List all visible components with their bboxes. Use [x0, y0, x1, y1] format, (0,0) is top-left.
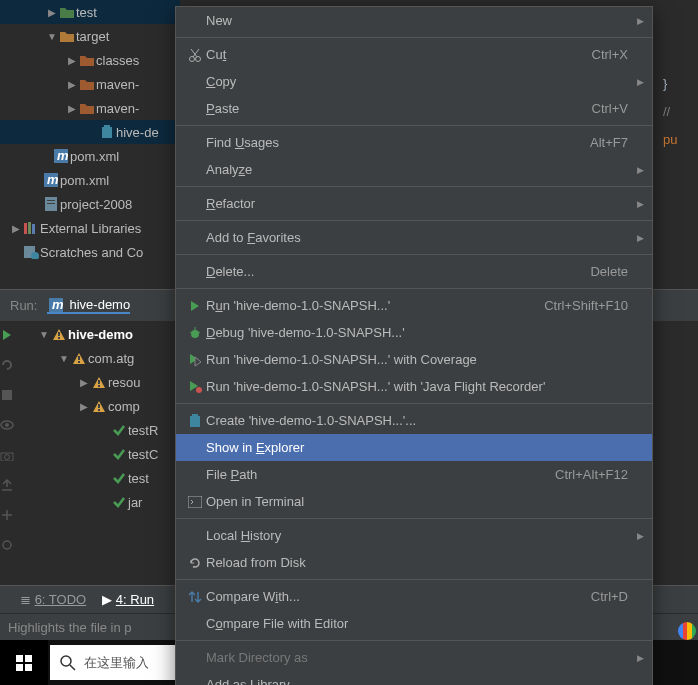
svg-point-18 [5, 423, 9, 427]
menu-item[interactable]: Run 'hive-demo-1.0-SNAPSH...' with 'Java… [176, 373, 652, 400]
context-menu[interactable]: New▶CutCtrl+XCopy▶PasteCtrl+VFind Usages… [175, 6, 653, 685]
svg-rect-11 [32, 224, 35, 234]
tree-classes[interactable]: ▶classes [0, 48, 180, 72]
menu-label: Open in Terminal [206, 494, 652, 509]
lib-icon [22, 221, 40, 235]
menu-separator [176, 220, 652, 221]
ok-icon [110, 447, 128, 461]
chrome-icon[interactable] [678, 622, 696, 640]
tree-hive[interactable]: hive-de [0, 120, 180, 144]
show-button[interactable] [0, 410, 14, 440]
menu-item[interactable]: Delete...Delete [176, 258, 652, 285]
menu-item[interactable]: CutCtrl+X [176, 41, 652, 68]
menu-item[interactable]: Analyze▶ [176, 156, 652, 183]
menu-item[interactable]: PasteCtrl+V [176, 95, 652, 122]
run-tab[interactable]: m hive-demo [47, 297, 130, 314]
run-button[interactable] [0, 320, 14, 350]
menu-item[interactable]: Compare With...Ctrl+D [176, 583, 652, 610]
expand-button[interactable] [0, 500, 14, 530]
jfr-icon [184, 380, 206, 394]
menu-item[interactable]: Run 'hive-demo-1.0-SNAPSH...'Ctrl+Shift+… [176, 292, 652, 319]
menu-separator [176, 186, 652, 187]
tree-target[interactable]: ▼target [0, 24, 180, 48]
menu-item[interactable]: Copy▶ [176, 68, 652, 95]
menu-label: Debug 'hive-demo-1.0-SNAPSH...' [206, 325, 652, 340]
todo-tab[interactable]: ≣ 6: TODO [20, 592, 86, 607]
rerun-button[interactable] [0, 350, 14, 380]
menu-shortcut: Ctrl+Alt+F12 [555, 467, 652, 482]
tree-extlib[interactable]: ▶External Libraries [0, 216, 180, 240]
test-row[interactable]: ▶resou [38, 370, 178, 394]
menu-item[interactable]: Reload from Disk [176, 549, 652, 576]
test-row[interactable]: testC [38, 442, 178, 466]
tree-arrow[interactable]: ▶ [66, 103, 78, 114]
menu-label: Add as Library... [206, 677, 652, 685]
menu-item[interactable]: Add as Library... [176, 671, 652, 685]
menu-item[interactable]: Run 'hive-demo-1.0-SNAPSH...' with Cover… [176, 346, 652, 373]
ok-icon [110, 471, 128, 485]
menu-item[interactable]: Create 'hive-demo-1.0-SNAPSH...'... [176, 407, 652, 434]
tree-label: Scratches and Co [40, 245, 143, 260]
menu-label: Analyze [206, 162, 652, 177]
run-tab-bottom[interactable]: ▶ 4: Run [102, 592, 154, 607]
submenu-arrow-icon: ▶ [637, 77, 644, 87]
tree-arrow[interactable]: ▼ [46, 31, 58, 42]
debug-icon [184, 326, 206, 340]
camera-button[interactable] [0, 440, 14, 470]
test-tree[interactable]: ▼hive-demo▼com.atg▶resou▶comptestRtestCt… [38, 322, 178, 514]
warn-icon [90, 376, 108, 389]
doc-icon [42, 197, 60, 211]
tree-maven2[interactable]: ▶maven- [0, 96, 180, 120]
menu-item[interactable]: Show in Explorer [176, 434, 652, 461]
menu-item[interactable]: Refactor▶ [176, 190, 652, 217]
svg-point-37 [196, 56, 201, 61]
svg-rect-10 [28, 222, 31, 234]
tree-project[interactable]: project-2008 [0, 192, 180, 216]
tree-arrow[interactable]: ▶ [66, 55, 78, 66]
menu-label: Compare File with Editor [206, 616, 652, 631]
windows-start-button[interactable] [0, 640, 48, 685]
menu-label: Compare With... [206, 589, 591, 604]
menu-label: Delete... [206, 264, 590, 279]
tree-arrow[interactable]: ▶ [66, 79, 78, 90]
test-row[interactable]: testR [38, 418, 178, 442]
svg-text:m: m [47, 173, 58, 187]
test-row[interactable]: ▼hive-demo [38, 322, 178, 346]
submenu-arrow-icon: ▶ [637, 165, 644, 175]
project-tree[interactable]: ▶test▼target▶classes▶maven-▶maven-hive-d… [0, 0, 180, 264]
stop-button[interactable] [0, 380, 14, 410]
submenu-arrow-icon: ▶ [637, 199, 644, 209]
tree-label: External Libraries [40, 221, 141, 236]
menu-item[interactable]: New▶ [176, 7, 652, 34]
menu-item[interactable]: Compare File with Editor [176, 610, 652, 637]
tree-arrow[interactable]: ▶ [46, 7, 58, 18]
cut-icon [184, 48, 206, 62]
test-row[interactable]: jar [38, 490, 178, 514]
tree-pom1[interactable]: mpom.xml [0, 144, 180, 168]
menu-item[interactable]: Debug 'hive-demo-1.0-SNAPSH...' [176, 319, 652, 346]
test-row[interactable]: ▼com.atg [38, 346, 178, 370]
menu-item[interactable]: Local History▶ [176, 522, 652, 549]
menu-item[interactable]: Find UsagesAlt+F7 [176, 129, 652, 156]
tree-label: test [76, 5, 97, 20]
svg-rect-47 [188, 496, 202, 508]
tree-arrow[interactable]: ▶ [10, 223, 22, 234]
export-button[interactable] [0, 470, 14, 500]
svg-rect-1 [104, 125, 110, 128]
settings-button[interactable] [0, 530, 14, 560]
svg-point-40 [191, 330, 199, 338]
tree-test[interactable]: ▶test [0, 0, 180, 24]
menu-item[interactable]: File PathCtrl+Alt+F12 [176, 461, 652, 488]
menu-item[interactable]: Open in Terminal [176, 488, 652, 515]
tree-pom2[interactable]: mpom.xml [0, 168, 180, 192]
diff-icon [184, 590, 206, 604]
tree-label: classes [96, 53, 139, 68]
tree-scratch[interactable]: Scratches and Co [0, 240, 180, 264]
menu-shortcut: Ctrl+Shift+F10 [544, 298, 652, 313]
jar-icon [184, 414, 206, 428]
test-row[interactable]: test [38, 466, 178, 490]
test-row[interactable]: ▶comp [38, 394, 178, 418]
tree-maven1[interactable]: ▶maven- [0, 72, 180, 96]
menu-item[interactable]: Add to Favorites▶ [176, 224, 652, 251]
svg-point-34 [61, 656, 71, 666]
